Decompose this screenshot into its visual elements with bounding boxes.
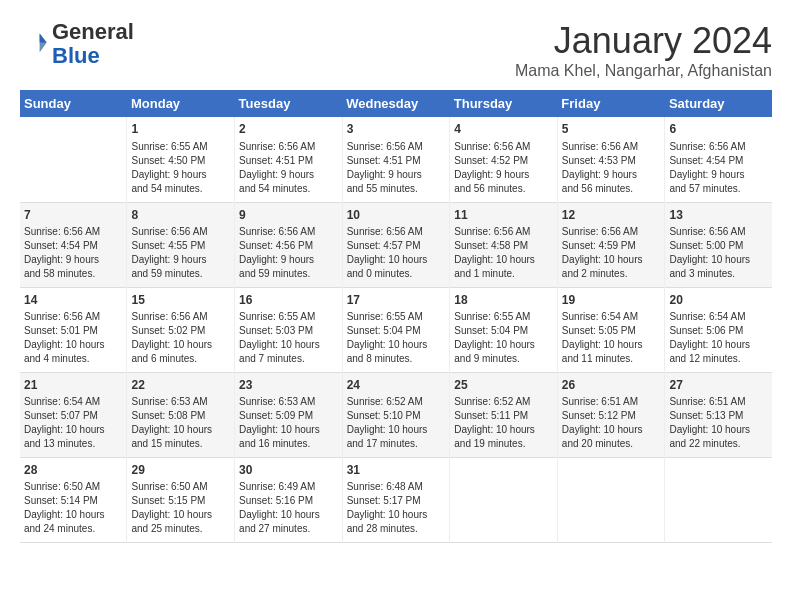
cell-info: Sunrise: 6:56 AMSunset: 4:57 PMDaylight:… [347,225,446,281]
calendar-cell [20,117,127,202]
cell-info: Sunrise: 6:54 AMSunset: 5:05 PMDaylight:… [562,310,661,366]
day-number: 11 [454,207,553,224]
day-number: 28 [24,462,122,479]
cell-info: Sunrise: 6:56 AMSunset: 5:02 PMDaylight:… [131,310,230,366]
cell-info: Sunrise: 6:53 AMSunset: 5:08 PMDaylight:… [131,395,230,451]
cell-info: Sunrise: 6:50 AMSunset: 5:14 PMDaylight:… [24,480,122,536]
calendar-table: SundayMondayTuesdayWednesdayThursdayFrid… [20,90,772,543]
calendar-cell: 3Sunrise: 6:56 AMSunset: 4:51 PMDaylight… [342,117,450,202]
logo-line1: General [52,20,134,44]
calendar-cell: 15Sunrise: 6:56 AMSunset: 5:02 PMDayligh… [127,287,235,372]
logo: General Blue [20,20,134,68]
cell-info: Sunrise: 6:55 AMSunset: 5:04 PMDaylight:… [347,310,446,366]
day-number: 2 [239,121,338,138]
day-number: 25 [454,377,553,394]
calendar-cell [450,457,558,542]
day-number: 13 [669,207,768,224]
calendar-cell: 31Sunrise: 6:48 AMSunset: 5:17 PMDayligh… [342,457,450,542]
cell-info: Sunrise: 6:52 AMSunset: 5:10 PMDaylight:… [347,395,446,451]
day-number: 14 [24,292,122,309]
calendar-cell: 25Sunrise: 6:52 AMSunset: 5:11 PMDayligh… [450,372,558,457]
day-number: 23 [239,377,338,394]
day-number: 7 [24,207,122,224]
day-number: 10 [347,207,446,224]
cell-info: Sunrise: 6:56 AMSunset: 5:01 PMDaylight:… [24,310,122,366]
calendar-cell: 29Sunrise: 6:50 AMSunset: 5:15 PMDayligh… [127,457,235,542]
calendar-cell: 22Sunrise: 6:53 AMSunset: 5:08 PMDayligh… [127,372,235,457]
svg-marker-1 [40,34,47,53]
day-number: 22 [131,377,230,394]
calendar-cell: 28Sunrise: 6:50 AMSunset: 5:14 PMDayligh… [20,457,127,542]
cell-info: Sunrise: 6:54 AMSunset: 5:07 PMDaylight:… [24,395,122,451]
day-number: 9 [239,207,338,224]
location-title: Mama Khel, Nangarhar, Afghanistan [515,62,772,80]
day-number: 26 [562,377,661,394]
day-number: 4 [454,121,553,138]
calendar-cell: 7Sunrise: 6:56 AMSunset: 4:54 PMDaylight… [20,202,127,287]
title-block: January 2024 Mama Khel, Nangarhar, Afgha… [515,20,772,80]
calendar-cell: 27Sunrise: 6:51 AMSunset: 5:13 PMDayligh… [665,372,772,457]
day-number: 12 [562,207,661,224]
cell-info: Sunrise: 6:54 AMSunset: 5:06 PMDaylight:… [669,310,768,366]
header-day-sunday: Sunday [20,90,127,117]
calendar-cell: 18Sunrise: 6:55 AMSunset: 5:04 PMDayligh… [450,287,558,372]
day-number: 19 [562,292,661,309]
calendar-cell: 19Sunrise: 6:54 AMSunset: 5:05 PMDayligh… [557,287,665,372]
day-number: 24 [347,377,446,394]
header-day-friday: Friday [557,90,665,117]
cell-info: Sunrise: 6:56 AMSunset: 4:55 PMDaylight:… [131,225,230,281]
day-number: 3 [347,121,446,138]
cell-info: Sunrise: 6:56 AMSunset: 4:56 PMDaylight:… [239,225,338,281]
calendar-cell: 8Sunrise: 6:56 AMSunset: 4:55 PMDaylight… [127,202,235,287]
cell-info: Sunrise: 6:55 AMSunset: 4:50 PMDaylight:… [131,140,230,196]
page-header: General Blue January 2024 Mama Khel, Nan… [20,20,772,80]
calendar-cell: 13Sunrise: 6:56 AMSunset: 5:00 PMDayligh… [665,202,772,287]
cell-info: Sunrise: 6:56 AMSunset: 4:51 PMDaylight:… [239,140,338,196]
calendar-cell: 24Sunrise: 6:52 AMSunset: 5:10 PMDayligh… [342,372,450,457]
day-number: 17 [347,292,446,309]
calendar-cell: 17Sunrise: 6:55 AMSunset: 5:04 PMDayligh… [342,287,450,372]
calendar-header-row: SundayMondayTuesdayWednesdayThursdayFrid… [20,90,772,117]
header-day-thursday: Thursday [450,90,558,117]
calendar-cell: 20Sunrise: 6:54 AMSunset: 5:06 PMDayligh… [665,287,772,372]
calendar-cell: 12Sunrise: 6:56 AMSunset: 4:59 PMDayligh… [557,202,665,287]
cell-info: Sunrise: 6:56 AMSunset: 4:53 PMDaylight:… [562,140,661,196]
cell-info: Sunrise: 6:52 AMSunset: 5:11 PMDaylight:… [454,395,553,451]
day-number: 16 [239,292,338,309]
month-title: January 2024 [515,20,772,62]
calendar-cell: 26Sunrise: 6:51 AMSunset: 5:12 PMDayligh… [557,372,665,457]
calendar-week-row: 21Sunrise: 6:54 AMSunset: 5:07 PMDayligh… [20,372,772,457]
calendar-cell: 4Sunrise: 6:56 AMSunset: 4:52 PMDaylight… [450,117,558,202]
day-number: 8 [131,207,230,224]
calendar-cell: 11Sunrise: 6:56 AMSunset: 4:58 PMDayligh… [450,202,558,287]
cell-info: Sunrise: 6:51 AMSunset: 5:13 PMDaylight:… [669,395,768,451]
calendar-week-row: 1Sunrise: 6:55 AMSunset: 4:50 PMDaylight… [20,117,772,202]
day-number: 5 [562,121,661,138]
day-number: 6 [669,121,768,138]
cell-info: Sunrise: 6:53 AMSunset: 5:09 PMDaylight:… [239,395,338,451]
calendar-cell: 14Sunrise: 6:56 AMSunset: 5:01 PMDayligh… [20,287,127,372]
header-day-saturday: Saturday [665,90,772,117]
calendar-cell [557,457,665,542]
cell-info: Sunrise: 6:56 AMSunset: 4:51 PMDaylight:… [347,140,446,196]
day-number: 1 [131,121,230,138]
cell-info: Sunrise: 6:55 AMSunset: 5:03 PMDaylight:… [239,310,338,366]
calendar-cell: 5Sunrise: 6:56 AMSunset: 4:53 PMDaylight… [557,117,665,202]
calendar-cell: 2Sunrise: 6:56 AMSunset: 4:51 PMDaylight… [235,117,343,202]
day-number: 15 [131,292,230,309]
cell-info: Sunrise: 6:56 AMSunset: 4:59 PMDaylight:… [562,225,661,281]
calendar-cell: 10Sunrise: 6:56 AMSunset: 4:57 PMDayligh… [342,202,450,287]
cell-info: Sunrise: 6:50 AMSunset: 5:15 PMDaylight:… [131,480,230,536]
calendar-cell [665,457,772,542]
calendar-cell: 23Sunrise: 6:53 AMSunset: 5:09 PMDayligh… [235,372,343,457]
cell-info: Sunrise: 6:56 AMSunset: 4:54 PMDaylight:… [669,140,768,196]
calendar-cell: 16Sunrise: 6:55 AMSunset: 5:03 PMDayligh… [235,287,343,372]
calendar-week-row: 28Sunrise: 6:50 AMSunset: 5:14 PMDayligh… [20,457,772,542]
day-number: 18 [454,292,553,309]
cell-info: Sunrise: 6:56 AMSunset: 4:54 PMDaylight:… [24,225,122,281]
header-day-tuesday: Tuesday [235,90,343,117]
calendar-cell: 1Sunrise: 6:55 AMSunset: 4:50 PMDaylight… [127,117,235,202]
calendar-cell: 9Sunrise: 6:56 AMSunset: 4:56 PMDaylight… [235,202,343,287]
calendar-cell: 6Sunrise: 6:56 AMSunset: 4:54 PMDaylight… [665,117,772,202]
day-number: 29 [131,462,230,479]
